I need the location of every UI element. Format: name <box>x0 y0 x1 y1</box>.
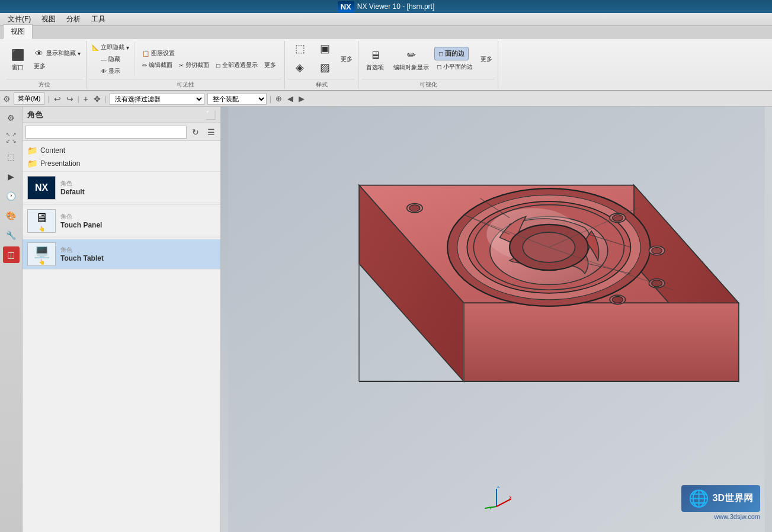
style-btn-3[interactable]: ◈ <box>288 60 312 78</box>
role-info-touch-tablet: 角色 Touch Tablet <box>60 246 216 262</box>
roles-search-bar: ↻ ☰ <box>23 123 220 141</box>
more-visibility-btn[interactable]: 更多 <box>262 60 278 70</box>
viewport[interactable]: Z X Y 🌐 3D世界网 www.3dsjw.com <box>221 107 772 532</box>
folder-icon-presentation: 📁 <box>27 159 37 168</box>
edit-object-icon: ✏ <box>403 47 419 63</box>
folder-content[interactable]: 📁 Content <box>23 144 220 157</box>
menu-item-view[interactable]: 视图 <box>37 13 60 25</box>
cut-section-btn[interactable]: ✂ 剪切截面 <box>177 60 212 70</box>
settings-side-icon[interactable]: ⚙ <box>3 110 20 126</box>
role-item-default[interactable]: NX 角色 Default <box>23 173 220 203</box>
svg-text:Z: Z <box>497 486 500 489</box>
svg-point-14 <box>409 205 420 211</box>
roles-refresh-btn[interactable]: ↻ <box>189 126 202 139</box>
role-item-touch-tablet[interactable]: 💻 👆 角色 Touch Tablet <box>23 239 220 270</box>
instant-clip-btn[interactable]: 📐 立即隐截 ▾ <box>89 42 132 53</box>
axis-svg: Z X Y <box>482 486 511 509</box>
ribbon: 视图 ⬛ 窗口 👁 显示和隐藏 ▾ 更多 <box>0 26 772 91</box>
ribbon-group-visibility: 📐 立即隐截 ▾ — 隐藏 👁 显示 📋 <box>87 41 285 89</box>
watermark-url: www.3dsjw.com <box>681 513 760 520</box>
more-btn-1[interactable]: 更多 <box>31 61 83 72</box>
roles-separator-2 <box>23 204 220 205</box>
orientation-buttons: ⬛ 窗口 👁 显示和隐藏 ▾ 更多 <box>6 41 83 78</box>
tb2-icon-2[interactable]: ↪ <box>65 93 75 105</box>
tab-view[interactable]: 视图 <box>3 24 33 39</box>
settings-icon-tb2: ⚙ <box>3 94 11 104</box>
roles-panel-close[interactable]: ⬜ <box>206 110 216 120</box>
svg-marker-3 <box>464 303 739 382</box>
style-btn-2[interactable]: ▣ <box>313 41 337 59</box>
snap-icon[interactable]: ⊕ <box>274 93 283 104</box>
layer-settings-btn[interactable]: 📋 图层设置 <box>140 48 177 59</box>
ribbon-group-orientation: ⬛ 窗口 👁 显示和隐藏 ▾ 更多 方位 <box>3 41 87 89</box>
role-info-touch-panel: 角色 Touch Panel <box>60 213 216 229</box>
roles-separator-1 <box>23 171 220 172</box>
nav-icon-1[interactable]: ◀ <box>286 93 294 104</box>
style-btn-1[interactable]: ⬚ <box>288 41 312 59</box>
toolbar2: ⚙ 菜单(M) | ↩ ↪ | + ✥ | 没有选择过滤器 整个装配 | ⊕ ◀… <box>0 91 772 107</box>
edit-object-btn[interactable]: ✏ 编辑对象显示 <box>391 46 431 73</box>
tb2-icon-4[interactable]: ✥ <box>92 93 102 105</box>
roles-separator-3 <box>23 238 220 238</box>
facet-edge-btn[interactable]: ◻ 小平面的边 <box>434 62 475 72</box>
left-sidebar: ⚙ ↖↗ ↙↘ ⬚ ▶ 🕐 🎨 🔧 ◫ <box>0 107 23 532</box>
style-btn-4[interactable]: ▨ <box>313 60 337 78</box>
title-text: NX Viewer 10 - [hsm.prt] <box>357 2 435 11</box>
face-edge-btn[interactable]: ◻ 面的边 <box>434 47 469 60</box>
more-style-btn[interactable]: 更多 <box>338 54 355 65</box>
viz-buttons: 🖥 首选项 ✏ 编辑对象显示 ◻ 面的边 ◻ 小平面的边 <box>361 41 495 78</box>
display-hide-btn[interactable]: 👁 显示和隐藏 ▾ <box>31 47 83 60</box>
show-btn[interactable]: 👁 显示 <box>98 66 123 76</box>
color-side-icon[interactable]: 🎨 <box>3 207 20 224</box>
window-btn[interactable]: ⬛ 窗口 <box>6 46 30 73</box>
menu-item-tools[interactable]: 工具 <box>87 13 110 25</box>
svg-point-16 <box>613 214 623 221</box>
role-info-default: 角色 Default <box>60 180 216 196</box>
3d-model-svg <box>221 107 772 532</box>
filter-dropdown[interactable]: 没有选择过滤器 <box>110 93 204 105</box>
roles-header: 角色 ⬜ <box>23 107 220 123</box>
menu-item-file[interactable]: 文件(F) <box>3 13 36 25</box>
view-side-icon[interactable]: ⬚ <box>3 149 20 165</box>
role-thumb-default: NX <box>27 176 56 200</box>
role-thumb-touch-tablet: 💻 👆 <box>27 242 56 266</box>
nav-icon-2[interactable]: ▶ <box>297 93 306 104</box>
orient-side-icon[interactable]: ↖↗ ↙↘ <box>3 129 20 146</box>
hide-btn[interactable]: — 隐藏 <box>98 54 123 65</box>
edit-section-btn[interactable]: ✏ 编辑截面 <box>140 60 175 70</box>
roles-list-btn[interactable]: ☰ <box>204 126 217 139</box>
roles-panel-title: 角色 <box>27 110 43 120</box>
roles-tree: 📁 Content 📁 Presentation NX 角色 Default <box>23 141 220 532</box>
menu-dropdown[interactable]: 菜单(M) <box>14 92 45 105</box>
roles-search-input[interactable] <box>25 126 187 139</box>
viz-label: 可视化 <box>361 79 495 89</box>
tools-side-icon[interactable]: 🔧 <box>3 227 20 243</box>
visibility-buttons: 📐 立即隐截 ▾ — 隐藏 👁 显示 📋 <box>89 41 281 78</box>
coord-indicator: Z X Y <box>482 486 511 511</box>
window-icon: ⬛ <box>9 47 26 63</box>
preferences-btn[interactable]: 🖥 首选项 <box>361 46 388 73</box>
transparent-btn[interactable]: ◻ 全部透透显示 <box>213 60 260 70</box>
menu-bar: 文件(F) 视图 分析 工具 <box>0 13 772 26</box>
play-side-icon[interactable]: ▶ <box>3 168 20 185</box>
tb2-icon-1[interactable]: ↩ <box>53 93 62 105</box>
folder-presentation[interactable]: 📁 Presentation <box>23 157 220 170</box>
svg-point-22 <box>613 296 623 303</box>
menu-item-analysis[interactable]: 分析 <box>62 13 85 25</box>
tb2-icon-3[interactable]: + <box>82 93 89 105</box>
roles-panel: 角色 ⬜ ↻ ☰ 📁 Content 📁 Presentation NX <box>23 107 221 532</box>
ribbon-group-style: ⬚ ▣ ◈ ▨ 更多 样式 <box>285 41 358 89</box>
preferences-icon: 🖥 <box>367 47 383 63</box>
more-viz-btn[interactable]: 更多 <box>478 54 495 65</box>
role-item-touch-panel[interactable]: 🖥 👆 角色 Touch Panel <box>23 206 220 236</box>
history-side-icon[interactable]: 🕐 <box>3 188 20 204</box>
svg-point-18 <box>652 247 662 254</box>
role-thumb-touch-panel: 🖥 👆 <box>27 209 56 233</box>
watermark-logo: 🌐 3D世界网 <box>681 485 760 512</box>
clipboard-side-icon[interactable]: ◫ <box>3 246 20 263</box>
ribbon-group-visualization: 🖥 首选项 ✏ 编辑对象显示 ◻ 面的边 ◻ 小平面的边 <box>358 41 498 89</box>
style-label: 样式 <box>288 79 355 89</box>
orientation-label: 方位 <box>6 79 83 89</box>
ribbon-content: ⬛ 窗口 👁 显示和隐藏 ▾ 更多 方位 <box>0 39 772 91</box>
assembly-dropdown[interactable]: 整个装配 <box>207 93 267 105</box>
